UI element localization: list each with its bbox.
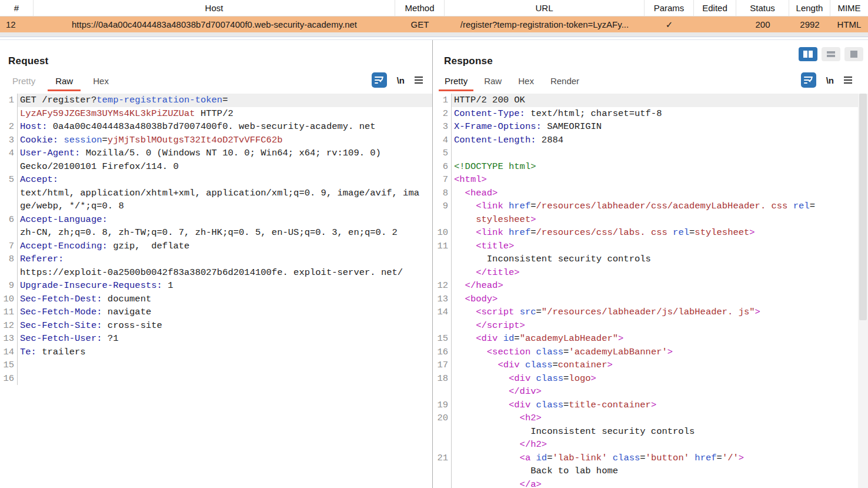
response-editor[interactable]: 1HTTP/2 200 OK2Content-Type: text/html; … (433, 94, 868, 488)
code-text: </h2> (452, 438, 858, 452)
code-text: <title> (452, 240, 858, 253)
column-header-mime[interactable]: MIME (830, 0, 868, 16)
request-tab-raw[interactable]: Raw (45, 74, 83, 91)
request-tab-pretty[interactable]: Pretty (2, 74, 45, 91)
word-wrap-icon[interactable] (372, 72, 387, 88)
code-text (452, 147, 858, 160)
code-text: </title> (452, 266, 858, 280)
column-header-edited[interactable]: Edited (694, 0, 736, 16)
code-line: 1GET /register?temp-registration-token= (0, 94, 432, 107)
column-header-index[interactable]: # (0, 0, 34, 16)
line-number (433, 266, 452, 280)
code-text: ge/webp, */*;q=0. 8 (18, 200, 432, 213)
line-number: 9 (433, 200, 452, 213)
code-line: 8 <head> (433, 187, 868, 200)
code-line: 10Sec-Fetch-Dest: document (0, 293, 432, 306)
line-number: 4 (433, 134, 452, 147)
code-line: </script> (433, 319, 868, 333)
layout-buttons (799, 47, 863, 61)
layout-rows-button[interactable] (822, 47, 840, 61)
line-number: 2 (0, 120, 18, 134)
request-editor[interactable]: 1GET /register?temp-registration-token=L… (0, 94, 432, 488)
line-number: 6 (433, 160, 452, 174)
code-line: 3X-Frame-Options: SAMEORIGIN (433, 120, 868, 134)
code-text: Inconsistent security controls (452, 425, 858, 439)
code-line: 6<!DOCTYPE html> (433, 160, 868, 174)
code-text: <div class=logo> (452, 372, 858, 386)
code-line: LyzAFy59JZGE3m3UYMs4KL3kPiZUZUat HTTP/2 (0, 107, 432, 121)
code-text: </script> (452, 319, 858, 333)
code-text: Cookie: session=yjMjTsblMOutgsT32It4oD2T… (18, 134, 432, 147)
response-scrollbar[interactable] (858, 94, 868, 488)
editor-menu-icon[interactable] (415, 77, 423, 84)
row-cell-params: ✓ (645, 16, 694, 32)
code-line: 8Referer: (0, 253, 432, 266)
column-header-method[interactable]: Method (395, 0, 445, 16)
line-number: 5 (0, 173, 18, 187)
code-text: LyzAFy59JZGE3m3UYMs4KL3kPiZUZUat HTTP/2 (18, 107, 432, 121)
scrollbar-thumb[interactable] (859, 94, 867, 320)
code-line: 20 <h2> (433, 411, 868, 425)
response-tab-pretty[interactable]: Pretty (436, 74, 476, 91)
editor-menu-icon[interactable] (844, 77, 852, 84)
code-line: 11Sec-Fetch-Mode: navigate (0, 306, 432, 319)
line-number (433, 253, 452, 266)
code-line: 15 <div id="academyLabHeader"> (433, 332, 868, 346)
line-number (0, 160, 18, 174)
code-line: 4Content-Length: 2884 (433, 134, 868, 147)
layout-columns-button[interactable] (799, 47, 817, 61)
column-header-params[interactable]: Params (645, 0, 694, 16)
code-text (18, 372, 432, 386)
line-number: 16 (433, 346, 452, 359)
response-tab-render[interactable]: Render (542, 74, 587, 91)
code-line: 7<html> (433, 173, 868, 187)
line-number: 6 (0, 213, 18, 227)
message-panels: Request PrettyRawHex \n 1GET /register?t… (0, 40, 868, 488)
code-text: Content-Type: text/html; charset=utf-8 (452, 107, 858, 121)
code-line: 16 <section class='academyLabBanner'> (433, 346, 868, 359)
column-header-status[interactable]: Status (736, 0, 789, 16)
newline-toggle-icon[interactable]: \n (397, 75, 405, 85)
line-number: 13 (433, 293, 452, 306)
line-number: 12 (0, 319, 18, 333)
column-header-url[interactable]: URL (445, 0, 645, 16)
request-tab-hex[interactable]: Hex (83, 74, 119, 91)
line-number: 18 (433, 372, 452, 386)
code-text: Referer: (18, 253, 432, 266)
line-number (433, 319, 452, 333)
line-number: 9 (0, 279, 18, 293)
column-header-length[interactable]: Length (789, 0, 830, 16)
code-line: 12Sec-Fetch-Site: cross-site (0, 319, 432, 333)
code-text: Accept-Language: (18, 213, 432, 227)
response-tab-raw[interactable]: Raw (476, 74, 510, 91)
line-number: 14 (0, 346, 18, 359)
code-line: 11 <title> (433, 240, 868, 253)
line-number: 11 (433, 240, 452, 253)
response-tab-hex[interactable]: Hex (510, 74, 542, 91)
row-cell-host: https://0a4a00c4044483a48038b7d7007400f0… (34, 16, 395, 32)
line-number: 20 (433, 411, 452, 425)
history-row-selected[interactable]: 12https://0a4a00c4044483a48038b7d7007400… (0, 16, 868, 32)
code-text: HTTP/2 200 OK (452, 94, 858, 107)
line-number: 2 (433, 107, 452, 121)
column-header-host[interactable]: Host (34, 0, 395, 16)
word-wrap-icon[interactable] (801, 72, 816, 88)
code-line: Back to lab home (433, 464, 868, 478)
request-panel: Request PrettyRawHex \n 1GET /register?t… (0, 40, 433, 488)
response-toolbar: \n (801, 72, 852, 88)
code-text: Sec-Fetch-Mode: navigate (18, 306, 432, 319)
code-line: 10 <link href=/resources/css/labs. css r… (433, 226, 868, 240)
code-text: </div> (452, 385, 858, 399)
code-text: Sec-Fetch-Site: cross-site (18, 319, 432, 333)
row-cell-length: 2992 (789, 16, 830, 32)
newline-toggle-icon[interactable]: \n (826, 75, 834, 85)
line-number (0, 200, 18, 213)
line-number (433, 478, 452, 488)
line-number: 17 (433, 358, 452, 372)
line-number: 21 (433, 452, 452, 465)
code-line: text/html, application/xhtml+xml, applic… (0, 187, 432, 200)
layout-single-button[interactable] (844, 47, 863, 61)
code-text: Upgrade-Insecure-Requests: 1 (18, 279, 432, 293)
line-number (0, 187, 18, 200)
row-cell-index: 12 (0, 16, 34, 32)
